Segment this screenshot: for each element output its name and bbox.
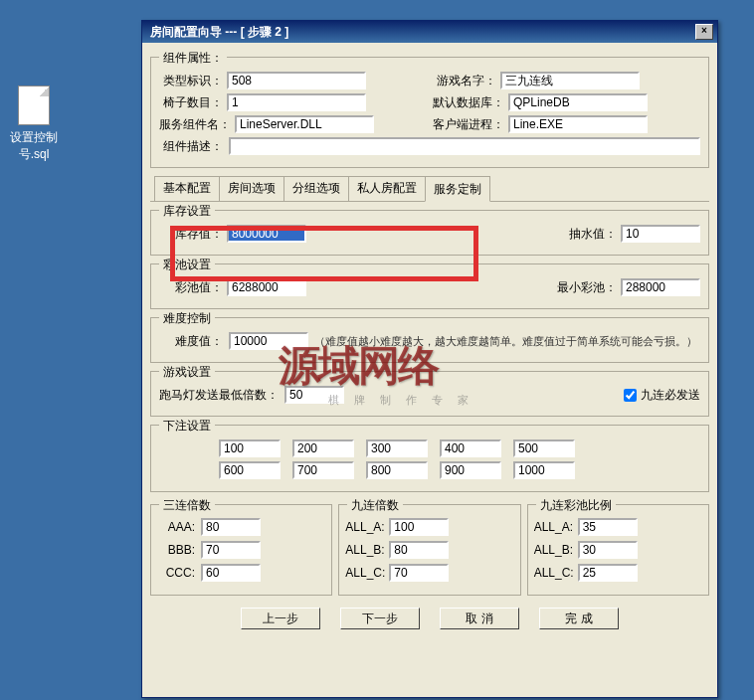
aaa-label: AAA: xyxy=(157,520,195,534)
alla-label: ALL_A: xyxy=(345,520,383,534)
chair-label: 椅子数目： xyxy=(159,94,223,111)
client-input[interactable] xyxy=(508,115,648,133)
stock-legend: 库存设置 xyxy=(159,203,215,220)
alla-input[interactable] xyxy=(389,518,449,536)
minpool-input[interactable] xyxy=(621,278,700,296)
component-attrs-group: 组件属性： 类型标识： 游戏名字： 椅子数目： 默认数据库： xyxy=(150,57,709,168)
pool-label: 彩池值： xyxy=(159,279,223,296)
bet-6[interactable] xyxy=(219,461,281,479)
pool-ratio-group: 九连彩池比例 ALL_A: ALL_B: ALL_C: xyxy=(527,504,709,596)
diff-input[interactable] xyxy=(229,332,308,350)
ratio-legend: 九连彩池比例 xyxy=(536,497,616,514)
pool-input[interactable] xyxy=(227,278,306,296)
bet-1[interactable] xyxy=(219,439,281,457)
desktop-file-icon[interactable]: 设置控制号.sql xyxy=(4,86,64,163)
type-label: 类型标识： xyxy=(159,73,223,89)
ccc-input[interactable] xyxy=(201,564,261,582)
db-input[interactable] xyxy=(508,93,648,111)
sql-file-icon xyxy=(18,86,50,125)
game-input[interactable] xyxy=(500,72,640,89)
bet-2[interactable] xyxy=(292,439,354,457)
stock-input[interactable] xyxy=(227,225,306,243)
srv-input[interactable] xyxy=(235,115,374,133)
allc-label: ALL_C: xyxy=(345,566,383,580)
diff-legend: 难度控制 xyxy=(159,310,215,327)
close-button[interactable]: × xyxy=(695,24,713,40)
client-label: 客户端进程： xyxy=(433,116,504,133)
prev-button[interactable]: 上一步 xyxy=(241,608,320,629)
game-label: 游戏名字： xyxy=(433,73,496,89)
rc-label: ALL_C: xyxy=(534,566,572,580)
desc-label: 组件描述： xyxy=(159,138,223,155)
marquee-label: 跑马灯发送最低倍数： xyxy=(159,387,279,404)
button-row: 上一步 下一步 取 消 完 成 xyxy=(150,608,709,629)
bbb-input[interactable] xyxy=(201,541,261,559)
aaa-input[interactable] xyxy=(201,518,261,536)
bet-group: 下注设置 xyxy=(150,425,709,492)
bet-3[interactable] xyxy=(366,439,428,457)
allb-input[interactable] xyxy=(389,541,449,559)
tab-group[interactable]: 分组选项 xyxy=(283,176,349,201)
ra-label: ALL_A: xyxy=(534,520,572,534)
diff-label: 难度值： xyxy=(159,333,223,350)
bbb-label: BBB: xyxy=(157,543,195,557)
bet-9[interactable] xyxy=(440,461,501,479)
nine-check-label[interactable]: 九连必发送 xyxy=(624,387,700,404)
rc-input[interactable] xyxy=(578,564,638,582)
nine-check-box[interactable] xyxy=(624,389,637,402)
bet-8[interactable] xyxy=(366,461,428,479)
type-input[interactable] xyxy=(227,72,366,89)
diff-hint: （难度值越小难度越大，越大难度越简单。难度值过于简单系统可能会亏损。） xyxy=(314,334,697,349)
bet-7[interactable] xyxy=(292,461,354,479)
attrs-legend: 组件属性： xyxy=(159,50,227,67)
stock-label: 库存值： xyxy=(159,226,223,243)
tab-strip: 基本配置 房间选项 分组选项 私人房配置 服务定制 xyxy=(150,176,709,202)
desktop-file-label: 设置控制号.sql xyxy=(4,129,64,163)
stock-group: 库存设置 库存值： 抽水值： xyxy=(150,210,709,256)
difficulty-group: 难度控制 难度值： （难度值越小难度越大，越大难度越简单。难度值过于简单系统可能… xyxy=(150,317,709,363)
wizard-window: 房间配置向导 --- [ 步骤 2 ] × 组件属性： 类型标识： 游戏名字： … xyxy=(141,20,718,698)
ccc-label: CCC: xyxy=(157,566,195,580)
allb-label: ALL_B: xyxy=(345,543,383,557)
tab-service[interactable]: 服务定制 xyxy=(425,176,490,202)
allc-input[interactable] xyxy=(389,564,449,582)
next-button[interactable]: 下一步 xyxy=(340,608,420,629)
pool-group: 彩池设置 彩池值： 最小彩池： xyxy=(150,263,709,309)
titlebar: 房间配置向导 --- [ 步骤 2 ] × xyxy=(142,21,717,43)
ra-input[interactable] xyxy=(578,518,638,536)
triple3-group: 三连倍数 AAA: BBB: CCC: xyxy=(150,504,332,596)
pump-label: 抽水值： xyxy=(569,226,617,243)
chair-input[interactable] xyxy=(227,93,366,111)
srv-label: 服务组件名： xyxy=(159,116,231,133)
db-label: 默认数据库： xyxy=(433,94,504,111)
game-legend: 游戏设置 xyxy=(159,364,215,381)
finish-button[interactable]: 完 成 xyxy=(539,608,619,629)
cancel-button[interactable]: 取 消 xyxy=(440,608,519,629)
tab-basic[interactable]: 基本配置 xyxy=(154,176,220,201)
minpool-label: 最小彩池： xyxy=(557,279,617,296)
window-title: 房间配置向导 --- [ 步骤 2 ] xyxy=(146,24,695,41)
bet-10[interactable] xyxy=(513,461,575,479)
bet-5[interactable] xyxy=(513,439,575,457)
t3-legend: 三连倍数 xyxy=(159,497,215,514)
rb-input[interactable] xyxy=(578,541,638,559)
pump-input[interactable] xyxy=(621,225,700,243)
triple9-group: 九连倍数 ALL_A: ALL_B: ALL_C: xyxy=(338,504,520,596)
game-group: 游戏设置 跑马灯发送最低倍数： 九连必发送 xyxy=(150,371,709,417)
bet-4[interactable] xyxy=(440,439,501,457)
nine-check-text: 九连必发送 xyxy=(641,387,700,404)
marquee-input[interactable] xyxy=(284,386,344,404)
tab-room[interactable]: 房间选项 xyxy=(219,176,284,201)
rb-label: ALL_B: xyxy=(534,543,572,557)
pool-legend: 彩池设置 xyxy=(159,257,215,273)
desc-input[interactable] xyxy=(229,137,700,155)
t9-legend: 九连倍数 xyxy=(347,497,403,514)
tab-private[interactable]: 私人房配置 xyxy=(348,176,426,201)
bet-legend: 下注设置 xyxy=(159,418,215,435)
